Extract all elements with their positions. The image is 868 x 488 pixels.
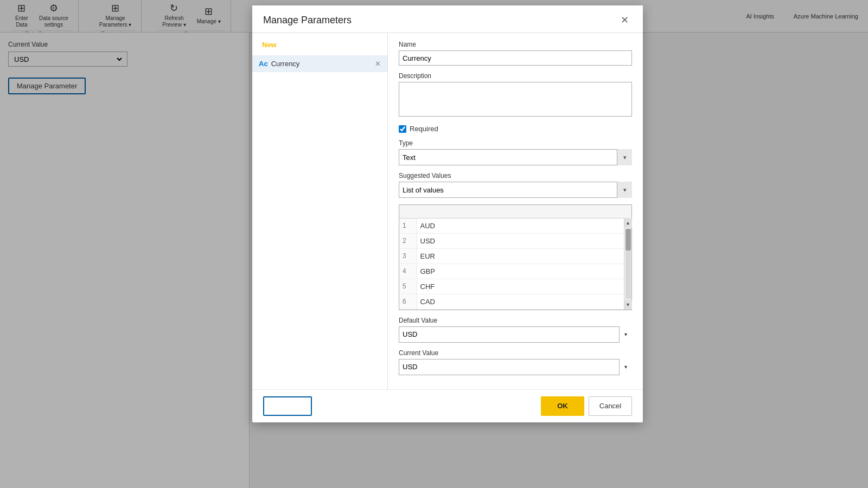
default-value-dropdown[interactable]: USD	[399, 326, 632, 343]
suggested-values-row: Suggested Values Any value List of value…	[399, 172, 632, 198]
values-scrollbar: ▲ ▼	[624, 218, 631, 310]
description-field-row: Description	[399, 72, 632, 118]
default-value-row: Default Value USD ▾	[399, 317, 632, 343]
type-label: Type	[399, 139, 632, 147]
name-field-row: Name	[399, 41, 632, 66]
row-num: 3	[399, 248, 417, 264]
col-value-header	[417, 205, 631, 218]
row-value[interactable]: AUD	[417, 218, 631, 233]
values-table-container: 1 AUD 2 USD 3 EUR 4 GBP 5 CHF 6 CAD	[399, 204, 632, 310]
type-select-wrapper: Text Number Date Boolean Binary ▾	[399, 149, 632, 165]
current-value-form-row: Current Value USD ▾	[399, 349, 632, 375]
default-value-text: USD	[403, 330, 417, 338]
col-num-header	[399, 205, 417, 218]
row-num: 2	[399, 233, 417, 248]
row-value[interactable]: GBP	[417, 264, 631, 279]
table-row[interactable]: 5 CHF	[399, 279, 631, 294]
suggested-values-select[interactable]: Any value List of values Query	[399, 182, 632, 198]
table-row[interactable]: 3 EUR	[399, 248, 631, 264]
description-label: Description	[399, 72, 632, 80]
name-label: Name	[399, 41, 632, 48]
default-value-arrow[interactable]: ▾	[619, 326, 632, 343]
param-item-close-button[interactable]: ✕	[375, 60, 381, 68]
modal-close-button[interactable]: ✕	[617, 13, 632, 27]
delete-button[interactable]	[263, 396, 312, 416]
modal-param-item-currency[interactable]: Ac Currency ✕	[252, 55, 387, 72]
row-value[interactable]: CAD	[417, 294, 631, 309]
modal-title: Manage Parameters	[263, 15, 352, 26]
current-value-form-text: USD	[403, 363, 417, 371]
values-list-row: 1 AUD 2 USD 3 EUR 4 GBP 5 CHF 6 CAD	[399, 204, 632, 310]
scroll-down-button[interactable]: ▼	[624, 300, 632, 310]
manage-parameters-modal: Manage Parameters ✕ New Ac Currency ✕ Na…	[252, 5, 643, 422]
suggested-values-select-wrapper: Any value List of values Query ▾	[399, 182, 632, 198]
description-textarea[interactable]	[399, 82, 632, 117]
row-num: 5	[399, 279, 417, 294]
row-value[interactable]: EUR	[417, 248, 631, 264]
current-value-form-dropdown[interactable]: USD	[399, 359, 632, 375]
default-value-dropdown-wrapper: USD ▾	[399, 326, 632, 343]
table-row[interactable]: 6 CAD	[399, 294, 631, 309]
scroll-up-button[interactable]: ▲	[624, 218, 632, 228]
table-row[interactable]: 1 AUD	[399, 218, 631, 233]
modal-body: New Ac Currency ✕ Name Description Re	[252, 33, 643, 389]
row-value[interactable]: CHF	[417, 279, 631, 294]
current-value-form-dropdown-wrapper: USD ▾	[399, 359, 632, 375]
row-value[interactable]: USD	[417, 233, 631, 248]
required-row: Required	[399, 125, 632, 133]
row-num: 4	[399, 264, 417, 279]
modal-titlebar: Manage Parameters ✕	[252, 5, 643, 33]
required-label: Required	[410, 125, 438, 133]
table-row[interactable]: 2 USD	[399, 233, 631, 248]
modal-new-button[interactable]: New	[258, 38, 281, 51]
param-item-icon: Ac	[259, 60, 268, 68]
values-table: 1 AUD 2 USD 3 EUR 4 GBP 5 CHF 6 CAD	[399, 205, 631, 310]
scrollbar-thumb	[626, 229, 631, 251]
scrollbar-track	[626, 229, 631, 299]
param-item-name: Currency	[271, 60, 300, 68]
modal-footer: OK Cancel	[252, 389, 643, 422]
modal-param-list: New Ac Currency ✕	[252, 33, 388, 389]
name-input[interactable]	[399, 50, 632, 66]
row-num: 6	[399, 294, 417, 309]
current-value-form-label: Current Value	[399, 349, 632, 357]
ok-button[interactable]: OK	[541, 396, 584, 416]
required-checkbox[interactable]	[399, 125, 406, 133]
type-select[interactable]: Text Number Date Boolean Binary	[399, 149, 632, 165]
default-value-label: Default Value	[399, 317, 632, 324]
suggested-values-label: Suggested Values	[399, 172, 632, 179]
current-value-form-arrow[interactable]: ▾	[619, 359, 632, 375]
row-num: 1	[399, 218, 417, 233]
type-field-row: Type Text Number Date Boolean Binary ▾	[399, 139, 632, 165]
modal-form: Name Description Required Type Text Num	[388, 33, 643, 389]
cancel-button[interactable]: Cancel	[589, 396, 632, 416]
table-row[interactable]: 4 GBP	[399, 264, 631, 279]
